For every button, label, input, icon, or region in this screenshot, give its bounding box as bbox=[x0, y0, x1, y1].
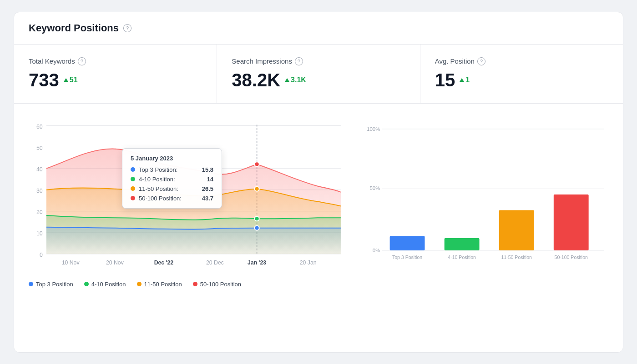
tooltip-date: 5 January 2023 bbox=[131, 155, 213, 162]
keywords-delta-arrow bbox=[64, 78, 68, 82]
tooltip-row-top3: Top 3 Position: 15.8 bbox=[131, 166, 213, 173]
svg-text:Top 3 Position: Top 3 Position bbox=[392, 254, 422, 260]
card-header: Keyword Positions ? bbox=[14, 12, 623, 45]
header-help-icon[interactable]: ? bbox=[123, 24, 131, 32]
blue-area bbox=[46, 227, 341, 254]
svg-text:50-100 Position: 50-100 Position bbox=[555, 254, 588, 260]
bar-top3[interactable] bbox=[390, 236, 425, 250]
impressions-delta-arrow bbox=[285, 78, 289, 82]
legend-410: 4-10 Position bbox=[84, 281, 126, 288]
legend-50100: 50-100 Position bbox=[193, 281, 241, 288]
bar-chart-svg: 100% 50% 0% Top 3 Position 4-10 Positio bbox=[364, 117, 608, 272]
svg-text:100%: 100% bbox=[367, 126, 380, 131]
metric-total-keywords: Total Keywords ? 733 51 bbox=[14, 45, 217, 103]
svg-text:20 Jan: 20 Jan bbox=[300, 259, 317, 265]
tooltip-row-410: 4-10 Position: 14 bbox=[131, 176, 213, 183]
blue-dot bbox=[254, 225, 259, 230]
avg-delta: 1 bbox=[460, 76, 470, 84]
metric-label-avg: Avg. Position ? bbox=[435, 57, 608, 65]
metric-search-impressions: Search Impressions ? 38.2K 3.1K bbox=[217, 45, 420, 103]
legend-label-top3: Top 3 Position bbox=[36, 281, 73, 288]
avg-value-row: 15 1 bbox=[435, 70, 608, 90]
svg-text:Jan '23: Jan '23 bbox=[248, 259, 266, 265]
legend-label-50100: 50-100 Position bbox=[200, 281, 241, 288]
metric-avg-position: Avg. Position ? 15 1 bbox=[420, 45, 623, 103]
impressions-delta: 3.1K bbox=[285, 76, 306, 84]
svg-text:60: 60 bbox=[36, 123, 43, 130]
svg-text:20: 20 bbox=[36, 209, 43, 215]
legend-label-410: 4-10 Position bbox=[91, 281, 126, 288]
impressions-help-icon[interactable]: ? bbox=[295, 57, 303, 65]
tooltip-dot-top3 bbox=[131, 167, 135, 172]
svg-text:0: 0 bbox=[40, 252, 43, 258]
avg-value: 15 bbox=[435, 70, 455, 90]
legend-dot-top3 bbox=[29, 282, 33, 286]
metric-label-keywords: Total Keywords ? bbox=[29, 57, 202, 65]
keywords-delta: 51 bbox=[64, 76, 78, 84]
keywords-help-icon[interactable]: ? bbox=[78, 57, 86, 65]
bar-410[interactable] bbox=[445, 238, 480, 250]
tooltip-row-1150: 11-50 Position: 26.5 bbox=[131, 185, 213, 192]
svg-text:50: 50 bbox=[36, 145, 43, 151]
svg-text:10 Nov: 10 Nov bbox=[62, 259, 80, 265]
charts-row: 60 50 40 30 20 10 0 10 Nov 20 Nov Dec '2… bbox=[14, 104, 623, 301]
svg-text:20 Nov: 20 Nov bbox=[106, 259, 124, 265]
svg-text:30: 30 bbox=[36, 187, 43, 194]
metrics-row: Total Keywords ? 733 51 Search Impressio… bbox=[14, 45, 623, 104]
bar-50100[interactable] bbox=[554, 194, 589, 250]
impressions-value-row: 38.2K 3.1K bbox=[232, 70, 405, 90]
avg-help-icon[interactable]: ? bbox=[477, 57, 485, 65]
orange-dot bbox=[254, 186, 259, 191]
svg-text:11-50 Position: 11-50 Position bbox=[501, 254, 532, 260]
red-dot bbox=[254, 162, 259, 166]
tooltip-dot-410 bbox=[131, 177, 135, 181]
keywords-value: 733 bbox=[29, 70, 59, 90]
keyword-positions-card: Keyword Positions ? Total Keywords ? 733… bbox=[14, 12, 623, 353]
impressions-value: 38.2K bbox=[232, 70, 280, 90]
bar-1150[interactable] bbox=[499, 210, 534, 250]
svg-text:Dec '22: Dec '22 bbox=[154, 259, 174, 265]
page-title: Keyword Positions bbox=[29, 22, 119, 34]
legend-1150: 11-50 Position bbox=[137, 281, 182, 288]
keywords-value-row: 733 51 bbox=[29, 70, 202, 90]
svg-text:20 Dec: 20 Dec bbox=[206, 259, 224, 265]
chart-tooltip: 5 January 2023 Top 3 Position: 15.8 4-10… bbox=[122, 148, 222, 209]
legend-dot-410 bbox=[84, 282, 89, 286]
svg-text:50%: 50% bbox=[370, 185, 380, 191]
legend-dot-50100 bbox=[193, 282, 197, 286]
metric-label-impressions: Search Impressions ? bbox=[232, 57, 405, 65]
legend-top3: Top 3 Position bbox=[29, 281, 73, 288]
green-dot bbox=[254, 216, 259, 221]
legend-dot-1150 bbox=[137, 282, 142, 286]
bar-chart-area: 100% 50% 0% Top 3 Position 4-10 Positio bbox=[364, 117, 608, 288]
svg-text:0%: 0% bbox=[373, 247, 380, 253]
legend-label-1150: 11-50 Position bbox=[144, 281, 182, 288]
svg-text:40: 40 bbox=[36, 166, 43, 172]
chart-legend: Top 3 Position 4-10 Position 11-50 Posit… bbox=[29, 281, 345, 288]
tooltip-dot-1150 bbox=[131, 186, 135, 191]
tooltip-row-50100: 50-100 Position: 43.7 bbox=[131, 195, 213, 202]
line-chart-area: 60 50 40 30 20 10 0 10 Nov 20 Nov Dec '2… bbox=[29, 117, 345, 288]
avg-delta-arrow bbox=[460, 78, 464, 82]
svg-text:4-10 Position: 4-10 Position bbox=[448, 254, 476, 260]
tooltip-dot-50100 bbox=[131, 196, 135, 200]
svg-text:10: 10 bbox=[36, 230, 43, 237]
